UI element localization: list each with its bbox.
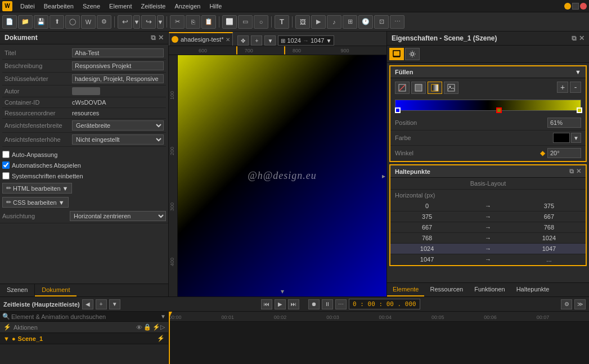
prop-farbe-dropdown[interactable]: ▼ [571,133,581,143]
tl-more-btn[interactable]: ≫ [574,299,586,309]
gradient-stop-2[interactable] [577,107,582,113]
menu-datei[interactable]: Datei [16,2,39,11]
tl-expand-arrow[interactable]: ▷ [160,323,165,331]
bp-close-btn[interactable]: ✕ [576,168,581,175]
bp-row-0[interactable]: 0 → 375 [390,201,586,212]
toolbar-undo-drop[interactable]: ▼ [133,15,140,29]
toolbar-rect[interactable]: ⬜ [222,15,237,29]
tl-search-input[interactable] [11,313,159,320]
tab-ressourcen[interactable]: Ressourcen [424,283,469,296]
checkbox-auto-input[interactable] [2,151,10,158]
doc-select-viewport-w[interactable]: Gerätebreite [72,120,164,131]
tl-dropdown-btn[interactable]: ▼ [109,299,120,309]
tl-pause[interactable]: ⏸ [322,299,333,309]
canvas-tab-close[interactable]: ✕ [226,37,230,43]
canvas-scroll-down[interactable]: ▾ [281,287,284,295]
doc-select-viewport-h[interactable]: Nicht eingestellt [72,134,164,145]
prop-tab-scene[interactable] [389,48,404,60]
toolbar-new[interactable]: 📄 [2,15,17,29]
tab-elemente[interactable]: Elemente [387,283,424,296]
tab-haltepunkte[interactable]: Haltepunkte [511,283,555,296]
menu-hilfe[interactable]: Hilfe [205,2,226,11]
html-edit-btn[interactable]: ✏ HTML bearbeiten ▼ [2,183,72,194]
canvas-move-btn[interactable]: ✥ [237,35,249,46]
bp-row-1[interactable]: 375 → 667 [390,212,586,222]
toolbar-open[interactable]: 📁 [18,15,33,29]
toolbar-save[interactable]: 💾 [34,15,48,29]
bp-row-5[interactable]: 1047 → ... [390,254,586,265]
doc-input-titel[interactable] [72,48,164,57]
left-panel-pop-btn[interactable]: ⧉ [151,34,156,42]
tl-play[interactable]: ▶ [275,299,286,309]
prop-close-btn[interactable]: ✕ [579,34,584,42]
tl-lock-btn[interactable]: 🔒 [143,323,151,331]
toolbar-undo[interactable]: ↩ [118,15,132,29]
tl-record[interactable]: ⏺ [308,299,320,309]
prop-tab-settings[interactable] [405,48,420,60]
doc-input-beschreibung[interactable] [72,61,164,70]
left-panel-close-btn[interactable]: ✕ [158,34,164,42]
doc-input-keywords[interactable] [72,74,164,83]
tl-goto-start[interactable]: ⏮ [261,299,272,309]
toolbar-export[interactable]: ⬆ [50,15,64,29]
prop-input-position[interactable] [547,118,581,128]
fill-type-gradient[interactable] [428,82,442,94]
prop-pop-btn[interactable]: ⧉ [572,34,577,42]
toolbar-redo[interactable]: ↪ [141,15,156,29]
css-edit-btn[interactable]: ✏ CSS bearbeiten ▼ [2,197,69,208]
menu-anzeigen[interactable]: Anzeigen [170,2,205,11]
fill-type-none[interactable] [395,82,410,94]
bp-pop-btn[interactable]: ⧉ [569,168,574,175]
menu-bearbeiten[interactable]: Bearbeiten [39,2,78,11]
toolbar-widget[interactable]: ⊞ [343,15,357,29]
canvas-add-btn[interactable]: + [251,35,262,46]
tl-expand-btn[interactable]: ◀ [82,299,93,309]
szenen-tab[interactable]: Szenen [0,284,35,296]
tl-eye-btn[interactable]: 👁 [136,324,142,331]
toolbar-cut[interactable]: ✂ [170,15,185,29]
tl-options[interactable]: ⋯ [335,299,347,309]
toolbar-text[interactable]: T [275,15,289,29]
dokument-tab[interactable]: Dokument [35,284,77,296]
tl-scene-arrow[interactable]: ▼ [3,335,10,342]
fill-type-solid[interactable] [411,82,426,94]
toolbar-image[interactable]: 🖼 [295,15,310,29]
toolbar-settings[interactable]: ⚙ [97,15,111,29]
menu-element[interactable]: Element [105,2,136,11]
canvas-tab-active[interactable]: ahadesign-test* ✕ [169,32,233,46]
tab-funktionen[interactable]: Funktionen [469,283,510,296]
toolbar-copy[interactable]: ⎘ [186,15,200,29]
tl-settings-btn[interactable]: ⚙ [561,299,572,309]
bp-row-2[interactable]: 667 → 768 [390,222,586,233]
toolbar-circle[interactable]: ○ [254,15,268,29]
maximize-btn[interactable] [572,3,579,10]
canvas-scroll-right[interactable]: ▸ [382,172,385,180]
menu-zeitleiste[interactable]: Zeitleiste [136,2,170,11]
toolbar-preview2[interactable]: W [81,15,96,29]
tl-add-btn[interactable]: + [96,299,107,309]
toolbar-clock[interactable]: 🕐 [358,15,373,29]
toolbar-paste[interactable]: 📋 [201,15,216,29]
bp-row-4[interactable]: 1024 → 1047 [390,244,586,254]
toolbar-audio[interactable]: ♪ [327,15,341,29]
checkbox-fonts-input[interactable] [2,172,10,179]
gradient-stop-0[interactable] [395,107,401,113]
gradient-stop-1[interactable] [496,107,502,113]
gradient-bar[interactable] [395,100,581,111]
toolbar-btn2[interactable]: ⊡ [374,15,389,29]
checkbox-autoplay-input[interactable] [2,161,10,169]
toolbar-redo-drop[interactable]: ▼ [157,15,164,29]
menu-szene[interactable]: Szene [78,2,105,11]
doc-select-ausrichtung[interactable]: Horizontal zentrieren [70,211,166,221]
fill-type-image[interactable] [444,82,458,94]
fill-add-btn[interactable]: + [557,82,568,93]
fill-section-header[interactable]: Füllen ▼ [390,66,586,78]
prop-input-winkel[interactable] [547,148,581,158]
canvas-gradient-area[interactable]: @h@design.eu ▸ ▾ [178,55,386,296]
toolbar-rect2[interactable]: ▭ [238,15,253,29]
toolbar-preview[interactable]: ◯ [65,15,80,29]
canvas-dropdown-size[interactable]: ▼ [326,38,331,44]
minimize-btn[interactable] [564,3,571,10]
bp-row-3[interactable]: 768 → 1024 [390,233,586,244]
canvas-dropdown-btn[interactable]: ▼ [264,35,276,46]
